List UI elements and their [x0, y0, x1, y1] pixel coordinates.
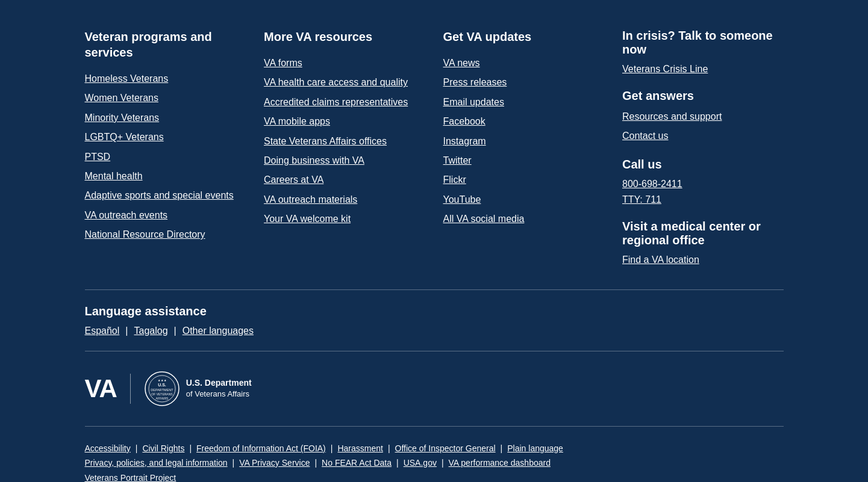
- list-item: Instagram: [443, 135, 605, 148]
- list-item: LGBTQ+ Veterans: [85, 131, 246, 144]
- col4-answers-links: Resources and supportContact us: [622, 110, 784, 143]
- list-item: Careers at VA: [264, 173, 425, 187]
- bottom-links: Accessibility|Civil Rights|Freedom of In…: [85, 427, 784, 482]
- col3-link[interactable]: YouTube: [443, 194, 481, 205]
- col4-answers-link[interactable]: Contact us: [622, 131, 668, 141]
- list-item: Women Veterans: [85, 91, 246, 105]
- separator: |: [442, 458, 444, 468]
- list-item: Contact us: [622, 129, 784, 143]
- col2-link[interactable]: VA outreach materials: [264, 194, 357, 205]
- col4-answers-link[interactable]: Resources and support: [622, 111, 722, 122]
- footer-col-3: Get VA updates VA newsPress releasesEmai…: [443, 29, 623, 265]
- bottom-link[interactable]: Accessibility: [85, 443, 131, 453]
- list-item: Press releases: [443, 76, 605, 89]
- veterans-portrait-project-link[interactable]: Veterans Portrait Project: [85, 473, 176, 482]
- bottom-link[interactable]: Harassment: [337, 443, 382, 453]
- col1-link[interactable]: National Resource Directory: [85, 229, 205, 239]
- col3-link[interactable]: Press releases: [443, 77, 507, 87]
- bottom-link[interactable]: Office of Inspector General: [395, 443, 496, 453]
- list-item: VA outreach materials: [264, 193, 425, 206]
- list-item: Facebook: [443, 115, 605, 128]
- dept-line1: U.S. Department: [186, 377, 252, 389]
- language-heading: Language assistance: [85, 304, 784, 318]
- espanol-link[interactable]: Español: [85, 326, 120, 336]
- col2-link[interactable]: Accredited claims representatives: [264, 97, 408, 107]
- list-item: VA mobile apps: [264, 115, 425, 128]
- svg-text:U.S.: U.S.: [158, 383, 166, 387]
- col3-link[interactable]: VA news: [443, 58, 480, 68]
- col3-link[interactable]: Facebook: [443, 116, 486, 126]
- col2-link[interactable]: VA mobile apps: [264, 116, 330, 126]
- col1-link[interactable]: Adaptive sports and special events: [85, 190, 234, 200]
- bottom-link[interactable]: Privacy, policies, and legal information: [85, 458, 228, 468]
- list-item: VA outreach events: [85, 209, 246, 222]
- separator: |: [396, 458, 399, 468]
- col1-link[interactable]: Homeless Veterans: [85, 73, 169, 84]
- other-languages-link[interactable]: Other languages: [183, 326, 254, 336]
- col2-link[interactable]: State Veterans Affairs offices: [264, 136, 387, 146]
- logo-section: VA U.S. DEPARTMENT OF VETERANS AFFAIRS ★…: [85, 351, 784, 427]
- list-item: Adaptive sports and special events: [85, 189, 246, 202]
- col1-links: Homeless VeteransWomen VeteransMinority …: [85, 72, 246, 242]
- col2-link[interactable]: Doing business with VA: [264, 155, 364, 165]
- col3-link[interactable]: Twitter: [443, 155, 472, 165]
- list-item: PTSD: [85, 150, 246, 164]
- seal-icon: U.S. DEPARTMENT OF VETERANS AFFAIRS ★ ★ …: [144, 371, 180, 407]
- bottom-link[interactable]: USA.gov: [404, 458, 437, 468]
- col2-heading: More VA resources: [264, 29, 425, 45]
- separator: |: [314, 458, 317, 468]
- bottom-link[interactable]: Civil Rights: [142, 443, 184, 453]
- logo-divider: [130, 374, 131, 404]
- separator: |: [136, 443, 138, 453]
- list-item: Minority Veterans: [85, 111, 246, 125]
- col1-link[interactable]: Mental health: [85, 171, 143, 181]
- veterans-crisis-line-link[interactable]: Veterans Crisis Line: [622, 64, 784, 75]
- list-item: Email updates: [443, 96, 605, 109]
- col1-link[interactable]: Minority Veterans: [85, 113, 160, 123]
- col3-link[interactable]: Instagram: [443, 136, 486, 146]
- col1-link[interactable]: LGBTQ+ Veterans: [85, 132, 164, 142]
- list-item: Flickr: [443, 173, 605, 187]
- col1-link[interactable]: PTSD: [85, 152, 111, 162]
- va-logo-text: VA: [85, 374, 117, 403]
- col1-link[interactable]: VA outreach events: [85, 210, 168, 220]
- footer-columns: Veteran programs and services Homeless V…: [85, 29, 784, 290]
- col2-link[interactable]: VA health care access and quality: [264, 77, 408, 87]
- list-item: Homeless Veterans: [85, 72, 246, 85]
- list-item: State Veterans Affairs offices: [264, 135, 425, 148]
- footer-col-4: In crisis? Talk to someone now Veterans …: [622, 29, 784, 265]
- phone-link[interactable]: 800-698-2411: [622, 179, 784, 190]
- separator: |: [388, 443, 390, 453]
- list-item: VA news: [443, 57, 605, 70]
- col2-link[interactable]: Careers at VA: [264, 175, 323, 185]
- col3-links: VA newsPress releasesEmail updatesFacebo…: [443, 57, 605, 226]
- list-item: Twitter: [443, 154, 605, 167]
- bottom-link[interactable]: No FEAR Act Data: [322, 458, 392, 468]
- col2-link[interactable]: Your VA welcome kit: [264, 214, 351, 224]
- language-section: Language assistance Español | Tagalog | …: [85, 290, 784, 351]
- list-item: Mental health: [85, 170, 246, 183]
- col1-heading: Veteran programs and services: [85, 29, 246, 60]
- bottom-link[interactable]: Plain language: [507, 443, 563, 453]
- col2-link[interactable]: VA forms: [264, 58, 302, 68]
- footer: Veteran programs and services Homeless V…: [73, 0, 796, 482]
- bottom-link[interactable]: Freedom of Information Act (FOIA): [196, 443, 326, 453]
- tty-link[interactable]: TTY: 711: [622, 194, 784, 205]
- bottom-link[interactable]: VA Privacy Service: [239, 458, 310, 468]
- col3-link[interactable]: All VA social media: [443, 214, 525, 224]
- tagalog-link[interactable]: Tagalog: [134, 326, 167, 336]
- list-item: YouTube: [443, 193, 605, 206]
- dept-line2: of Veterans Affairs: [186, 389, 252, 400]
- list-item: Accredited claims representatives: [264, 96, 425, 109]
- list-item: All VA social media: [443, 212, 605, 226]
- col2-links: VA formsVA health care access and qualit…: [264, 57, 425, 226]
- bottom-link[interactable]: VA performance dashboard: [449, 458, 551, 468]
- col3-link[interactable]: Email updates: [443, 97, 504, 107]
- list-item: National Resource Directory: [85, 228, 246, 241]
- col1-link[interactable]: Women Veterans: [85, 93, 158, 103]
- col3-link[interactable]: Flickr: [443, 175, 466, 185]
- sep2: |: [174, 326, 176, 336]
- svg-text:DEPARTMENT: DEPARTMENT: [151, 388, 173, 392]
- col3-heading: Get VA updates: [443, 29, 605, 45]
- find-va-location-link[interactable]: Find a VA location: [622, 255, 699, 265]
